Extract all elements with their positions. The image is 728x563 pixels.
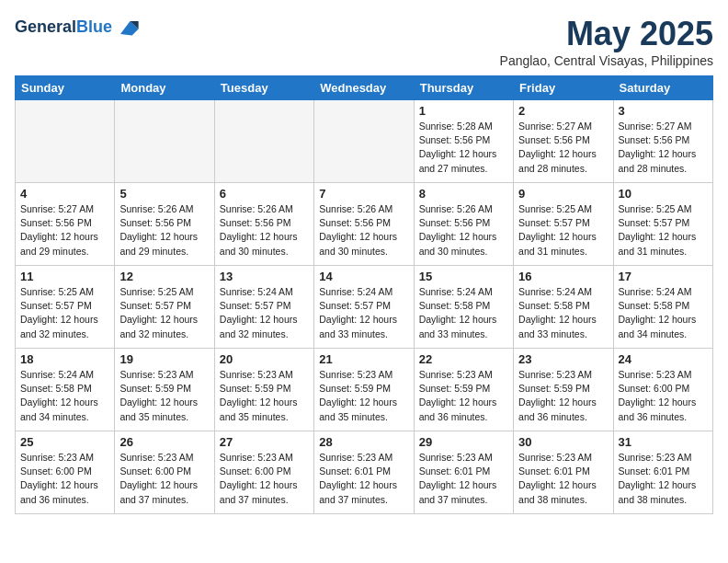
calendar-cell bbox=[115, 100, 214, 183]
weekday-header-row: SundayMondayTuesdayWednesdayThursdayFrid… bbox=[16, 76, 713, 100]
day-number: 22 bbox=[419, 352, 508, 366]
cell-info: Sunrise: 5:26 AM Sunset: 5:56 PM Dayligh… bbox=[119, 202, 209, 259]
calendar-cell: 30Sunrise: 5:23 AM Sunset: 6:01 PM Dayli… bbox=[514, 431, 613, 514]
calendar-cell: 12Sunrise: 5:25 AM Sunset: 5:57 PM Dayli… bbox=[115, 266, 214, 349]
calendar-cell: 9Sunrise: 5:25 AM Sunset: 5:57 PM Daylig… bbox=[514, 183, 613, 266]
cell-info: Sunrise: 5:24 AM Sunset: 5:57 PM Dayligh… bbox=[220, 285, 309, 341]
cell-info: Sunrise: 5:24 AM Sunset: 5:57 PM Dayligh… bbox=[319, 285, 408, 341]
calendar-cell: 16Sunrise: 5:24 AM Sunset: 5:58 PM Dayli… bbox=[514, 266, 613, 349]
calendar-cell: 20Sunrise: 5:23 AM Sunset: 5:59 PM Dayli… bbox=[214, 349, 313, 431]
cell-info: Sunrise: 5:27 AM Sunset: 5:56 PM Dayligh… bbox=[619, 120, 708, 176]
weekday-header-tuesday: Tuesday bbox=[214, 76, 313, 100]
calendar-cell bbox=[314, 100, 414, 183]
calendar-cell: 27Sunrise: 5:23 AM Sunset: 6:00 PM Dayli… bbox=[214, 431, 313, 514]
logo-icon bbox=[114, 15, 140, 40]
day-number: 6 bbox=[220, 187, 309, 201]
calendar-cell: 2Sunrise: 5:27 AM Sunset: 5:56 PM Daylig… bbox=[514, 100, 613, 183]
cell-info: Sunrise: 5:24 AM Sunset: 5:58 PM Dayligh… bbox=[419, 285, 508, 341]
weekday-header-friday: Friday bbox=[514, 76, 613, 100]
calendar-week-row: 1Sunrise: 5:28 AM Sunset: 5:56 PM Daylig… bbox=[16, 100, 713, 183]
day-number: 31 bbox=[619, 435, 708, 449]
day-number: 23 bbox=[518, 352, 608, 366]
day-number: 25 bbox=[20, 435, 109, 449]
day-number: 17 bbox=[619, 270, 708, 283]
logo-text: GeneralBlue bbox=[15, 18, 112, 37]
calendar-cell: 24Sunrise: 5:23 AM Sunset: 6:00 PM Dayli… bbox=[613, 349, 712, 431]
cell-info: Sunrise: 5:27 AM Sunset: 5:56 PM Dayligh… bbox=[518, 120, 608, 176]
cell-info: Sunrise: 5:25 AM Sunset: 5:57 PM Dayligh… bbox=[518, 202, 608, 259]
day-number: 20 bbox=[220, 352, 309, 366]
cell-info: Sunrise: 5:23 AM Sunset: 5:59 PM Dayligh… bbox=[419, 368, 508, 424]
cell-info: Sunrise: 5:23 AM Sunset: 6:01 PM Dayligh… bbox=[319, 451, 408, 507]
calendar-cell bbox=[16, 100, 115, 183]
day-number: 21 bbox=[319, 352, 408, 366]
calendar-cell: 22Sunrise: 5:23 AM Sunset: 5:59 PM Dayli… bbox=[414, 349, 513, 431]
calendar-cell: 11Sunrise: 5:25 AM Sunset: 5:57 PM Dayli… bbox=[16, 266, 115, 349]
calendar-cell: 1Sunrise: 5:28 AM Sunset: 5:56 PM Daylig… bbox=[414, 100, 513, 183]
day-number: 4 bbox=[20, 187, 109, 201]
calendar-cell: 26Sunrise: 5:23 AM Sunset: 6:00 PM Dayli… bbox=[115, 431, 214, 514]
cell-info: Sunrise: 5:23 AM Sunset: 5:59 PM Dayligh… bbox=[220, 368, 309, 424]
calendar-cell: 7Sunrise: 5:26 AM Sunset: 5:56 PM Daylig… bbox=[314, 183, 414, 266]
day-number: 10 bbox=[619, 187, 708, 201]
cell-info: Sunrise: 5:23 AM Sunset: 6:00 PM Dayligh… bbox=[119, 451, 209, 507]
cell-info: Sunrise: 5:27 AM Sunset: 5:56 PM Dayligh… bbox=[20, 202, 109, 259]
calendar-cell: 29Sunrise: 5:23 AM Sunset: 6:01 PM Dayli… bbox=[414, 431, 513, 514]
day-number: 24 bbox=[619, 352, 708, 366]
day-number: 9 bbox=[518, 187, 608, 201]
day-number: 11 bbox=[20, 270, 109, 283]
calendar-cell: 3Sunrise: 5:27 AM Sunset: 5:56 PM Daylig… bbox=[613, 100, 712, 183]
day-number: 19 bbox=[119, 352, 209, 366]
weekday-header-sunday: Sunday bbox=[16, 76, 115, 100]
calendar-cell bbox=[214, 100, 313, 183]
calendar-cell: 21Sunrise: 5:23 AM Sunset: 5:59 PM Dayli… bbox=[314, 349, 414, 431]
cell-info: Sunrise: 5:25 AM Sunset: 5:57 PM Dayligh… bbox=[619, 202, 708, 259]
cell-info: Sunrise: 5:28 AM Sunset: 5:56 PM Dayligh… bbox=[419, 120, 508, 176]
cell-info: Sunrise: 5:23 AM Sunset: 6:00 PM Dayligh… bbox=[619, 368, 708, 424]
cell-info: Sunrise: 5:26 AM Sunset: 5:56 PM Dayligh… bbox=[220, 202, 309, 259]
day-number: 7 bbox=[319, 187, 408, 201]
weekday-header-monday: Monday bbox=[115, 76, 214, 100]
calendar-cell: 23Sunrise: 5:23 AM Sunset: 5:59 PM Dayli… bbox=[514, 349, 613, 431]
day-number: 30 bbox=[518, 435, 608, 449]
calendar-table: SundayMondayTuesdayWednesdayThursdayFrid… bbox=[15, 75, 713, 514]
day-number: 8 bbox=[419, 187, 508, 201]
day-number: 1 bbox=[419, 104, 508, 118]
weekday-header-thursday: Thursday bbox=[414, 76, 513, 100]
calendar-cell: 14Sunrise: 5:24 AM Sunset: 5:57 PM Dayli… bbox=[314, 266, 414, 349]
cell-info: Sunrise: 5:24 AM Sunset: 5:58 PM Dayligh… bbox=[518, 285, 608, 341]
day-number: 28 bbox=[319, 435, 408, 449]
day-number: 14 bbox=[319, 270, 408, 283]
calendar-cell: 15Sunrise: 5:24 AM Sunset: 5:58 PM Dayli… bbox=[414, 266, 513, 349]
cell-info: Sunrise: 5:23 AM Sunset: 5:59 PM Dayligh… bbox=[119, 368, 209, 424]
title-block: May 2025 Panglao, Central Visayas, Phili… bbox=[500, 15, 713, 68]
page-header: GeneralBlue May 2025 Panglao, Central Vi… bbox=[15, 15, 713, 68]
cell-info: Sunrise: 5:23 AM Sunset: 6:01 PM Dayligh… bbox=[518, 451, 608, 507]
cell-info: Sunrise: 5:24 AM Sunset: 5:58 PM Dayligh… bbox=[20, 368, 109, 424]
calendar-week-row: 18Sunrise: 5:24 AM Sunset: 5:58 PM Dayli… bbox=[16, 349, 713, 431]
cell-info: Sunrise: 5:23 AM Sunset: 5:59 PM Dayligh… bbox=[319, 368, 408, 424]
day-number: 12 bbox=[119, 270, 209, 283]
calendar-cell: 19Sunrise: 5:23 AM Sunset: 5:59 PM Dayli… bbox=[115, 349, 214, 431]
day-number: 13 bbox=[220, 270, 309, 283]
calendar-cell: 25Sunrise: 5:23 AM Sunset: 6:00 PM Dayli… bbox=[16, 431, 115, 514]
logo: GeneralBlue bbox=[15, 15, 140, 40]
cell-info: Sunrise: 5:23 AM Sunset: 5:59 PM Dayligh… bbox=[518, 368, 608, 424]
location-text: Panglao, Central Visayas, Philippines bbox=[500, 53, 713, 68]
day-number: 16 bbox=[518, 270, 608, 283]
calendar-cell: 8Sunrise: 5:26 AM Sunset: 5:56 PM Daylig… bbox=[414, 183, 513, 266]
day-number: 26 bbox=[119, 435, 209, 449]
day-number: 2 bbox=[518, 104, 608, 118]
cell-info: Sunrise: 5:26 AM Sunset: 5:56 PM Dayligh… bbox=[419, 202, 508, 259]
day-number: 18 bbox=[20, 352, 109, 366]
calendar-cell: 6Sunrise: 5:26 AM Sunset: 5:56 PM Daylig… bbox=[214, 183, 313, 266]
cell-info: Sunrise: 5:23 AM Sunset: 6:00 PM Dayligh… bbox=[220, 451, 309, 507]
calendar-week-row: 11Sunrise: 5:25 AM Sunset: 5:57 PM Dayli… bbox=[16, 266, 713, 349]
calendar-cell: 4Sunrise: 5:27 AM Sunset: 5:56 PM Daylig… bbox=[16, 183, 115, 266]
calendar-cell: 5Sunrise: 5:26 AM Sunset: 5:56 PM Daylig… bbox=[115, 183, 214, 266]
day-number: 15 bbox=[419, 270, 508, 283]
month-title: May 2025 bbox=[500, 15, 713, 53]
calendar-week-row: 4Sunrise: 5:27 AM Sunset: 5:56 PM Daylig… bbox=[16, 183, 713, 266]
calendar-cell: 13Sunrise: 5:24 AM Sunset: 5:57 PM Dayli… bbox=[214, 266, 313, 349]
cell-info: Sunrise: 5:25 AM Sunset: 5:57 PM Dayligh… bbox=[119, 285, 209, 341]
